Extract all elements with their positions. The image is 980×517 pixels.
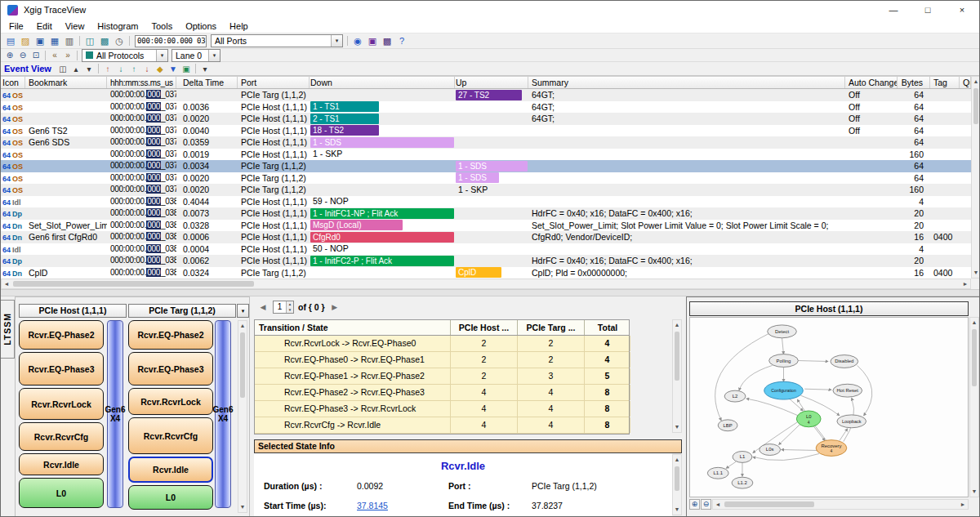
table-row[interactable]: 64OS 000:00:00.000_037 0.0020 PCIe Targ …	[1, 172, 971, 185]
next-error-icon[interactable]: ↓	[114, 63, 127, 75]
ltssm-node-polling[interactable]: Polling	[769, 354, 799, 368]
trace-horizontal-scrollbar[interactable]: ◄ ►	[1, 279, 971, 289]
timer-icon[interactable]: ◷	[112, 35, 127, 47]
capture-config-icon[interactable]: ◫	[82, 35, 97, 47]
ltssm-node-detect[interactable]: Detect	[768, 325, 797, 338]
ltssm-host-tab[interactable]: PCIe Host (1,1,1)	[19, 304, 127, 318]
table-row[interactable]: 64Dp 000:00:00.000_038 0.0062 PCIe Host …	[1, 255, 971, 267]
table-row[interactable]: 64Idl 000:00:00.000_038 0.4044 PCIe Host…	[1, 196, 971, 208]
transition-row[interactable]: Rcvr.EQ-Phase1 -> Rcvr.EQ-Phase2 2 3 5	[255, 368, 629, 385]
ltssm-targ-tab[interactable]: PCIe Targ (1,1,2)	[128, 304, 236, 318]
ltssm-node-l0s[interactable]: L0s	[760, 444, 781, 456]
info-icon[interactable]: ◉	[350, 35, 365, 47]
table-row[interactable]: 64OS 000:00:00.000_037 0.0034 PCIe Targ …	[1, 160, 971, 172]
ltssm-node-lbp[interactable]: LBP	[718, 420, 737, 431]
prev-error-icon[interactable]: ↑	[101, 63, 114, 75]
table-row[interactable]: 64Dn CplD 000:00:00.000_038 0.0324 PCIe …	[1, 267, 971, 279]
analyzer-icon[interactable]: ▩	[97, 35, 112, 47]
scroll-down-icon[interactable]: ▼	[673, 422, 681, 432]
settings-icon[interactable]: ▣	[180, 63, 193, 75]
ltssm-state-l0[interactable]: L0	[128, 485, 213, 510]
menu-view[interactable]: View	[59, 19, 91, 33]
bookmark-icon[interactable]: ◆	[154, 63, 167, 75]
ltssm-state-rcvr-idle[interactable]: Rcvr.Idle	[19, 453, 104, 475]
diagram-vertical-scrollbar[interactable]: ▲ ▼	[969, 317, 979, 497]
open-file-icon[interactable]: ▨	[18, 35, 33, 47]
spin-up-icon[interactable]: ▲	[287, 301, 293, 307]
ltssm-state-rcvr-rcvrlock[interactable]: Rcvr.RcvrLock	[128, 388, 213, 415]
scroll-thumb[interactable]	[675, 332, 679, 381]
protocols-dropdown[interactable]: All Protocols ▾	[82, 49, 168, 62]
jump-end-icon[interactable]: »	[61, 49, 74, 61]
state-info-scrollbar[interactable]: ▲ ▼	[672, 454, 682, 515]
column-header-port[interactable]: Port	[238, 77, 310, 88]
page-number-spinner[interactable]: 1 ▲▼	[273, 301, 294, 314]
ltssm-node-l0[interactable]: L04	[796, 411, 821, 427]
menu-histogram[interactable]: Histogram	[91, 19, 145, 33]
start-time-link[interactable]: 37.8145	[357, 501, 388, 510]
next-trigger-icon[interactable]: ↓	[140, 63, 154, 75]
transition-row[interactable]: Rcvr.EQ-Phase0 -> Rcvr.EQ-Phase1 2 2 4	[255, 352, 629, 368]
scroll-up-icon[interactable]: ▲	[970, 318, 978, 328]
zoom-fit-icon[interactable]: ⊡	[29, 49, 42, 61]
column-header-tag[interactable]: Tag	[930, 77, 960, 88]
scroll-thumb[interactable]	[724, 501, 814, 507]
table-row[interactable]: 64OS 000:00:00.000_037 0.0019 PCIe Host …	[1, 149, 971, 161]
expert-icon[interactable]: ▣	[365, 35, 380, 47]
view-options-icon[interactable]: ▾	[198, 63, 212, 75]
table-row[interactable]: 64OS 000:00:00.000_037 0.0020 PCIe Host …	[1, 113, 971, 125]
ltssm-state-rcvr-eq-phase2[interactable]: Rcvr.EQ-Phase2	[19, 320, 104, 350]
transition-row[interactable]: Rcvr.RcvrCfg -> Rcvr.Idle 4 4 8	[255, 417, 629, 434]
ltssm-state-l0[interactable]: L0	[19, 478, 104, 508]
column-header-qu[interactable]: Qu...	[960, 77, 971, 88]
table-row[interactable]: 64OS 000:00:00.000_037 0.0020 PCIe Targ …	[1, 184, 971, 196]
grid-view-icon[interactable]: ◫	[56, 63, 69, 75]
table-row[interactable]: 64OS Gen6 SDS 000:00:00.000_037 0.0359 P…	[1, 136, 971, 149]
scroll-down-icon[interactable]: ▼	[970, 487, 978, 497]
column-header-bookmark[interactable]: Bookmark	[25, 77, 107, 88]
minimize-button[interactable]: —	[876, 1, 911, 19]
ltssm-node-hot-reset[interactable]: Hot Reset	[833, 384, 862, 397]
prev-trigger-icon[interactable]: ↑	[127, 63, 140, 75]
column-header-bytes[interactable]: Bytes	[898, 77, 930, 88]
ltssm-scrollbar[interactable]: ▲ ▼	[238, 320, 247, 513]
column-header-up[interactable]: Up	[455, 77, 528, 88]
column-header-down[interactable]: Down	[310, 77, 455, 88]
ltssm-node-l1-1[interactable]: L1.1	[707, 467, 728, 479]
pager-prev-icon[interactable]: ◀	[257, 303, 269, 311]
scroll-right-icon[interactable]: ►	[960, 279, 970, 288]
scroll-up-icon[interactable]: ▲	[238, 321, 247, 331]
scroll-down-icon[interactable]: ▼	[972, 268, 980, 278]
diagram-zoom-out-icon[interactable]: ⊖	[701, 499, 711, 510]
new-trace-icon[interactable]: ▤	[3, 35, 18, 47]
column-header-delta-time[interactable]: Delta Time	[176, 77, 238, 88]
menu-edit[interactable]: Edit	[30, 19, 59, 33]
transition-row[interactable]: Rcvr.RcvrLock -> Rcvr.EQ-Phase0 2 2 4	[255, 336, 629, 352]
diagram-horizontal-scrollbar[interactable]: ◄ ►	[712, 499, 969, 510]
table-row[interactable]: 64Idl 000:00:00.000_038 0.0004 PCIe Host…	[1, 243, 971, 256]
scroll-down-icon[interactable]: ▼	[673, 505, 681, 515]
zoom-out-icon[interactable]: ⊖	[16, 49, 29, 61]
scroll-thumb[interactable]	[973, 88, 978, 124]
expand-icon[interactable]: ▾	[82, 63, 96, 75]
menu-options[interactable]: Options	[179, 19, 223, 33]
table-row[interactable]: 64OS 000:00:00.000_037 PCIe Targ (1,1,2)…	[1, 89, 971, 101]
help-icon[interactable]: ?	[394, 35, 409, 47]
ltssm-state-rcvr-idle[interactable]: Rcvr.Idle	[128, 457, 213, 483]
transition-scrollbar[interactable]: ▲ ▼	[672, 319, 682, 433]
collapse-icon[interactable]: ▴	[69, 63, 82, 75]
diagram-zoom-in-icon[interactable]: ⊕	[689, 499, 700, 510]
column-header-hhh-mm-ss-ms-us[interactable]: hhh:mm:ss.ms_us	[107, 77, 176, 88]
table-row[interactable]: 64OS 000:00:00.000_037 0.0036 PCIe Host …	[1, 101, 971, 114]
filter-icon[interactable]: ▼	[167, 63, 180, 75]
print-icon[interactable]: ▥	[62, 35, 77, 47]
zoom-in-icon[interactable]: ⊕	[3, 49, 16, 61]
ltssm-node-disabled[interactable]: Disabled	[831, 355, 858, 368]
save-icon[interactable]: ▣	[33, 35, 47, 47]
ltssm-node-l2[interactable]: L2	[724, 390, 746, 402]
scroll-up-icon[interactable]: ▲	[673, 320, 681, 330]
ltssm-side-tab[interactable]: LTSSM	[1, 300, 15, 359]
menu-help[interactable]: Help	[223, 19, 255, 33]
scroll-left-icon[interactable]: ◄	[2, 279, 11, 288]
column-header-pcie-host[interactable]: PCIe Host ...	[451, 320, 518, 335]
